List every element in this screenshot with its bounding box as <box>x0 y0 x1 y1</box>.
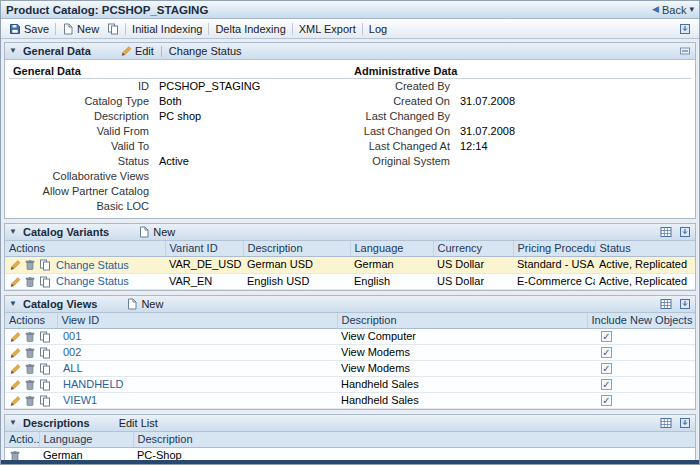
delete-icon[interactable] <box>24 276 36 288</box>
delete-icon[interactable] <box>24 259 36 271</box>
delete-icon[interactable] <box>9 450 21 460</box>
delete-icon[interactable] <box>24 379 36 391</box>
copy-icon[interactable] <box>39 379 51 391</box>
back-button[interactable]: ◀ Back ▾ <box>652 4 694 16</box>
copy-icon[interactable] <box>39 395 51 407</box>
field-row: Valid From <box>9 124 350 139</box>
col-pricing-procedure: Pricing Procedure <box>513 241 595 257</box>
include-new-objects-checkbox[interactable]: ✓ <box>601 395 612 406</box>
description-language-cell: German <box>39 448 133 460</box>
table-layout-icon[interactable] <box>660 417 672 429</box>
actions-cell: Change Status <box>5 257 165 274</box>
variant-row[interactable]: Change Status VAR_EN English USD English… <box>5 273 695 290</box>
export-icon[interactable] <box>679 417 691 429</box>
new-view-button[interactable]: New <box>123 298 166 310</box>
view-id-link[interactable]: VIEW1 <box>63 394 97 406</box>
variant-currency-cell: US Dollar <box>433 273 513 290</box>
change-status-link[interactable]: Change Status <box>56 258 129 273</box>
edit-pencil-icon <box>120 45 132 57</box>
edit-icon[interactable] <box>9 395 21 407</box>
new-label: New <box>141 298 163 310</box>
xml-export-button[interactable]: XML Export <box>295 22 360 36</box>
catalog-variants-header: ▼ Catalog Variants New <box>5 224 695 241</box>
col-variant-id: Variant ID <box>165 241 243 257</box>
copy-button[interactable] <box>103 22 123 36</box>
delete-icon[interactable] <box>24 331 36 343</box>
new-variant-button[interactable]: New <box>135 226 178 238</box>
edit-icon[interactable] <box>9 379 21 391</box>
view-description-cell: View Modems <box>337 345 587 361</box>
log-button[interactable]: Log <box>365 22 391 36</box>
field-label: Last Changed On <box>350 124 460 139</box>
toolbar-separator <box>362 23 363 35</box>
administrative-data-heading: Administrative Data <box>350 62 691 79</box>
table-layout-icon[interactable] <box>660 298 672 310</box>
copy-icon[interactable] <box>39 331 51 343</box>
edit-icon[interactable] <box>9 259 21 271</box>
view-id-link[interactable]: 002 <box>63 346 81 358</box>
copy-icon[interactable] <box>39 347 51 359</box>
personalize-icon[interactable] <box>675 22 695 36</box>
field-label: Status <box>9 154 159 169</box>
view-row[interactable]: 002 View Modems ✓ <box>5 345 695 361</box>
field-value: PC shop <box>159 109 201 124</box>
edit-icon[interactable] <box>9 347 21 359</box>
view-row[interactable]: 001 View Computer ✓ <box>5 329 695 345</box>
include-new-objects-checkbox[interactable]: ✓ <box>601 379 612 390</box>
include-new-objects-checkbox[interactable]: ✓ <box>601 347 612 358</box>
view-row[interactable]: VIEW1 Handheld Sales ✓ <box>5 393 695 409</box>
edit-icon[interactable] <box>9 363 21 375</box>
view-row[interactable]: HANDHELD Handheld Sales ✓ <box>5 377 695 393</box>
include-new-objects-checkbox[interactable]: ✓ <box>601 363 612 374</box>
collapse-section-icon[interactable]: ▼ <box>9 300 19 308</box>
field-row: DescriptionPC shop <box>9 109 350 124</box>
col-include-new-objects: Include New Objects <box>587 313 695 329</box>
initial-indexing-button[interactable]: Initial Indexing <box>128 22 206 36</box>
col-description: Description <box>337 313 587 329</box>
change-status-button[interactable]: Change Status <box>166 45 245 57</box>
delta-indexing-button[interactable]: Delta Indexing <box>211 22 289 36</box>
delete-icon[interactable] <box>24 347 36 359</box>
field-row: StatusActive <box>9 154 350 169</box>
collapse-section-icon[interactable]: ▼ <box>9 419 19 427</box>
collapse-section-icon[interactable]: ▼ <box>9 47 19 55</box>
edit-icon[interactable] <box>9 331 21 343</box>
field-row: Last Changed On31.07.2008 <box>350 124 691 139</box>
new-button[interactable]: New <box>58 22 103 36</box>
copy-icon[interactable] <box>39 276 51 288</box>
back-label: Back <box>662 4 686 16</box>
collapse-tray-icon[interactable] <box>679 45 691 57</box>
field-label: ID <box>9 79 159 94</box>
variant-row[interactable]: Change Status VAR_DE_USD German USD Germ… <box>5 257 695 274</box>
catalog-views-header: ▼ Catalog Views New <box>5 296 695 313</box>
export-icon[interactable] <box>679 298 691 310</box>
back-menu-caret-icon[interactable]: ▾ <box>689 5 694 14</box>
variant-id-cell: VAR_EN <box>165 273 243 290</box>
field-label: Collaborative Views <box>9 169 159 184</box>
edit-icon[interactable] <box>9 276 21 288</box>
save-button[interactable]: Save <box>5 22 53 36</box>
view-id-link[interactable]: ALL <box>63 362 83 374</box>
view-id-link[interactable]: HANDHELD <box>63 378 124 390</box>
include-new-objects-cell: ✓ <box>587 377 695 393</box>
table-layout-icon[interactable] <box>660 226 672 238</box>
delete-icon[interactable] <box>24 363 36 375</box>
copy-icon[interactable] <box>39 259 51 271</box>
edit-list-button[interactable]: Edit List <box>116 417 161 429</box>
actions-cell <box>5 377 57 393</box>
description-row[interactable]: German PC-Shop <box>5 448 695 460</box>
collapse-section-icon[interactable]: ▼ <box>9 228 19 236</box>
include-new-objects-checkbox[interactable]: ✓ <box>601 331 612 342</box>
field-label: Original System <box>350 154 460 169</box>
view-row[interactable]: ALL View Modems ✓ <box>5 361 695 377</box>
copy-icon[interactable] <box>39 363 51 375</box>
field-label: Allow Partner Catalog <box>9 184 159 199</box>
product-catalog-window: Product Catalog: PCSHOP_STAGING ◀ Back ▾… <box>0 0 700 465</box>
view-id-link[interactable]: 001 <box>63 330 81 342</box>
new-page-icon <box>126 298 138 310</box>
edit-button[interactable]: Edit <box>117 45 157 57</box>
catalog-variants-section: ▼ Catalog Variants New Actions Variant I… <box>4 223 696 291</box>
change-status-link[interactable]: Change Status <box>56 274 129 289</box>
delete-icon[interactable] <box>24 395 36 407</box>
export-icon[interactable] <box>679 226 691 238</box>
